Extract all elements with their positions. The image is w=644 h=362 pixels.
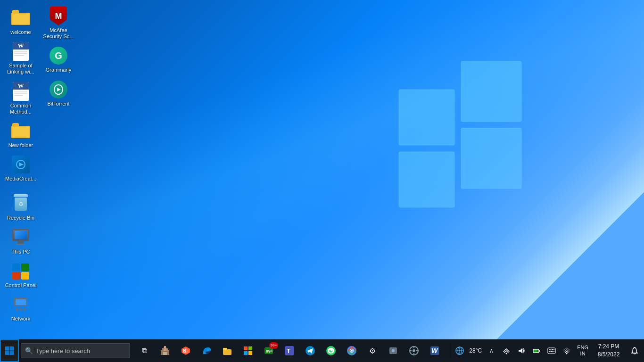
taskbar-app-15[interactable] [404, 339, 424, 362]
search-icon: 🔍 [25, 347, 33, 354]
krakow-icon [159, 345, 171, 356]
recycle-bin-icon: ♻ [12, 194, 29, 213]
desktop-icon-sample-linking[interactable]: W Sample of Linking wi... [2, 39, 40, 78]
svg-rect-21 [223, 348, 227, 350]
svg-rect-57 [551, 349, 552, 350]
tray-battery-icon[interactable] [530, 339, 543, 362]
desktop-icon-this-pc[interactable]: This PC [2, 225, 40, 258]
notification-button[interactable] [627, 339, 642, 362]
grammarly-icon: G [50, 47, 67, 65]
desktop-icon-mcafee[interactable]: M McAfee Security Sc... [40, 4, 77, 42]
clock-time: 7:24 PM [598, 343, 619, 351]
tray-clock[interactable]: 7:24 PM 8/5/2022 [592, 339, 625, 362]
task-view-icon: ⧉ [139, 345, 150, 356]
svg-text:W: W [431, 347, 438, 354]
taskbar-app-ms-store[interactable] [238, 339, 258, 362]
app14-icon [388, 345, 399, 356]
taskbar-app-task-view[interactable]: ⧉ [134, 339, 155, 362]
icon-label-grammarly: Grammarly [46, 67, 71, 73]
taskbar-app-word[interactable]: W [424, 339, 445, 362]
svg-point-39 [413, 349, 415, 352]
taskbar-app-edge[interactable] [196, 339, 217, 362]
svg-rect-40 [413, 346, 414, 348]
svg-rect-22 [244, 346, 248, 350]
desktop-icon-grammarly[interactable]: G Grammarly [40, 43, 77, 76]
svg-rect-53 [539, 350, 540, 352]
icon-label-network: Network [11, 316, 30, 322]
taskbar-app-telegram[interactable] [300, 339, 321, 362]
system-tray: 28°C ∧ [447, 339, 644, 362]
clock-date: 8/5/2022 [598, 351, 620, 359]
tray-language-indicator[interactable]: ENG IN [575, 345, 590, 357]
svg-rect-62 [553, 351, 554, 352]
desktop-icon-media-creator[interactable]: MediaCreat... [2, 152, 40, 185]
tray-overflow-chevron[interactable]: ∧ [485, 339, 498, 362]
desktop-icon-welcome[interactable]: welcome [2, 6, 40, 38]
brave-icon: B [180, 345, 191, 356]
tray-keyboard-icon[interactable] [545, 339, 558, 362]
icon-label-mcafee: McAfee Security Sc... [41, 27, 75, 40]
word-doc-icon-sample: W [13, 42, 29, 61]
svg-rect-55 [548, 348, 555, 354]
svg-rect-42 [410, 350, 412, 351]
lang-eng: ENG [577, 345, 588, 351]
svg-rect-6 [5, 346, 9, 351]
icon-label-welcome: welcome [10, 29, 31, 35]
svg-rect-0 [399, 90, 454, 145]
svg-rect-58 [552, 349, 553, 350]
taskbar-apps: ⧉ B [132, 339, 447, 362]
taskbar-app-file-explorer[interactable] [217, 339, 238, 362]
svg-point-37 [392, 349, 395, 352]
svg-marker-5 [19, 163, 24, 166]
svg-rect-60 [549, 351, 550, 352]
taskbar-app-14[interactable] [383, 339, 404, 362]
tray-network-icon[interactable] [500, 339, 513, 362]
icon-label-media: MediaCreat... [5, 176, 36, 182]
svg-point-50 [506, 353, 507, 354]
desktop-icon-common-methods[interactable]: W Common Method... [2, 79, 40, 118]
windows-logo-bg [394, 57, 526, 240]
taskbar-app-whatsapp[interactable] [321, 339, 341, 362]
taskbar-app-badge[interactable]: 99+ 99+ [258, 339, 279, 362]
taskbar-app-chrome[interactable] [341, 339, 362, 362]
svg-text:99+: 99+ [266, 349, 273, 354]
file-explorer-icon [222, 345, 233, 356]
search-bar[interactable]: 🔍 Type here to search [21, 343, 130, 358]
taskbar: 🔍 Type here to search ⧉ [0, 339, 644, 362]
tray-volume-icon[interactable] [515, 339, 528, 362]
telegram-icon [305, 345, 316, 356]
svg-rect-8 [5, 351, 9, 355]
icon-label-sample: Sample of Linking wi... [4, 63, 38, 75]
desktop-icon-new-folder[interactable]: New folder [2, 119, 40, 151]
tray-temperature[interactable]: 28°C [468, 339, 483, 362]
svg-rect-61 [551, 351, 553, 352]
desktop-icon-network[interactable]: Network [2, 292, 40, 325]
search-placeholder-text: Type here to search [36, 347, 90, 354]
svg-rect-3 [461, 128, 521, 189]
svg-rect-23 [248, 346, 252, 350]
bittorrent-icon [50, 81, 67, 99]
tray-globe-icon[interactable] [453, 339, 466, 362]
control-panel-icon [11, 263, 30, 280]
desktop-icons-container: welcome W Sample of Linking wi... [0, 0, 79, 339]
taskbar-app-krakow[interactable] [155, 339, 175, 362]
tray-divider [450, 343, 450, 358]
start-button[interactable] [0, 339, 19, 362]
tray-wifi-icon[interactable] [560, 339, 573, 362]
whatsapp-icon [325, 345, 337, 356]
desktop-icon-bittorrent[interactable]: BitTorrent [40, 77, 77, 110]
edge-icon [201, 345, 212, 356]
icon-label-this-pc: This PC [11, 249, 30, 255]
taskbar-app-teams[interactable]: T [279, 339, 300, 362]
desktop-icon-recycle-bin[interactable]: ♻ Recycle Bin [2, 191, 40, 224]
svg-rect-16 [165, 352, 167, 355]
svg-rect-43 [416, 350, 418, 351]
icon-label-recycle: Recycle Bin [7, 215, 34, 221]
taskbar-app-settings[interactable]: ⚙ [362, 339, 383, 362]
media-creator-icon [12, 156, 30, 173]
svg-rect-13 [164, 347, 166, 351]
icon-label-bittorrent: BitTorrent [47, 101, 69, 107]
taskbar-app-brave[interactable]: B [175, 339, 196, 362]
desktop-icon-control-panel[interactable]: Control Panel [2, 259, 40, 291]
chrome-icon [346, 345, 357, 356]
